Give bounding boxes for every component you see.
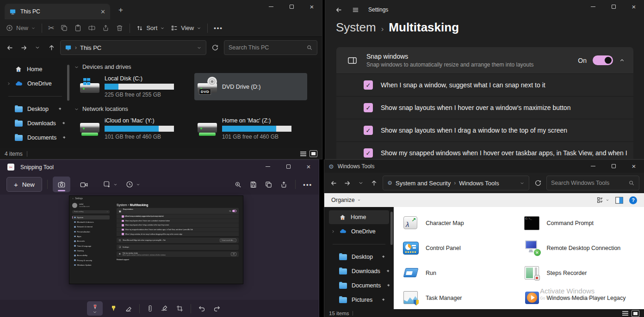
details-view-button[interactable] bbox=[300, 152, 306, 156]
sidebar-scrollbar[interactable] bbox=[390, 212, 393, 245]
search-box[interactable] bbox=[224, 40, 317, 55]
minimize-button[interactable] bbox=[583, 0, 603, 13]
drive-tile-dvd[interactable]: DVD DVD Drive (D:) bbox=[194, 73, 307, 100]
sidebar-item-downloads[interactable]: Downloads bbox=[329, 264, 389, 278]
sidebar-scrollbar[interactable] bbox=[67, 65, 69, 101]
back-button[interactable] bbox=[335, 6, 343, 14]
tool-item-run[interactable]: Run bbox=[402, 264, 523, 282]
address-dropdown-icon[interactable] bbox=[197, 45, 202, 50]
preview-pane-button[interactable] bbox=[615, 197, 623, 204]
group-header-devices[interactable]: Devices and drives bbox=[70, 62, 322, 72]
address-bar[interactable]: ⚙ System and Security › Windows Tools bbox=[383, 176, 529, 190]
large-icons-view-button[interactable] bbox=[632, 310, 639, 317]
record-mode-button[interactable] bbox=[75, 177, 93, 192]
sidebar-item-documents[interactable]: Documents bbox=[329, 279, 389, 293]
refresh-button[interactable] bbox=[210, 44, 220, 51]
new-tab-button[interactable]: + bbox=[118, 6, 123, 15]
snap-option-row[interactable]: ✓ Show snap layouts when I hover over a … bbox=[336, 96, 633, 119]
snap-option-row[interactable]: ✓ Show my snapped windows when I hover o… bbox=[336, 141, 633, 159]
back-button[interactable] bbox=[329, 179, 339, 187]
maximize-button[interactable] bbox=[278, 160, 298, 173]
close-button[interactable]: × bbox=[624, 0, 644, 13]
up-button[interactable] bbox=[46, 44, 56, 52]
tool-item-steps-recorder[interactable]: Steps Recorder bbox=[523, 264, 644, 282]
snap-option-row[interactable]: ✓ When I snap a window, suggest what I c… bbox=[336, 73, 633, 96]
redo-button[interactable] bbox=[213, 305, 221, 312]
large-icons-view-button[interactable] bbox=[310, 150, 317, 157]
view-button[interactable]: View bbox=[171, 24, 201, 32]
tool-item-remote-desktop[interactable]: ✕ Remote Desktop Connection bbox=[523, 239, 644, 257]
crop-button[interactable] bbox=[176, 305, 184, 312]
snap-option-row[interactable]: ✓ Show snap layouts when I drag a window… bbox=[336, 119, 633, 141]
minimize-button[interactable] bbox=[261, 0, 281, 13]
sidebar-item-home[interactable]: Home bbox=[5, 62, 66, 76]
sidebar-item-desktop[interactable]: Desktop bbox=[329, 250, 389, 264]
drive-tile-local-disk-c[interactable]: Local Disk (C:) 225 GB free of 255 GB bbox=[77, 73, 190, 100]
checkbox-checked[interactable]: ✓ bbox=[364, 80, 373, 90]
cut-button[interactable]: ✂ bbox=[48, 24, 54, 32]
checkbox-checked[interactable]: ✓ bbox=[364, 148, 373, 158]
change-view-button[interactable] bbox=[596, 196, 609, 204]
search-input[interactable] bbox=[551, 180, 625, 186]
snip-shape-dropdown[interactable] bbox=[103, 180, 118, 189]
expand-chevron-icon[interactable] bbox=[331, 229, 335, 234]
sidebar-item-desktop[interactable]: Desktop bbox=[5, 102, 66, 116]
back-button[interactable] bbox=[5, 44, 15, 52]
tool-item-task-manager[interactable]: Task Manager bbox=[402, 289, 523, 307]
recent-locations-button[interactable] bbox=[32, 45, 43, 50]
maximize-button[interactable] bbox=[603, 0, 624, 13]
delay-dropdown[interactable] bbox=[125, 180, 140, 189]
close-button[interactable]: × bbox=[624, 160, 644, 172]
breadcrumb-current[interactable]: Windows Tools bbox=[459, 180, 499, 187]
tool-item-control-panel[interactable]: Control Panel bbox=[402, 239, 523, 257]
forward-button[interactable] bbox=[19, 44, 29, 52]
share-button[interactable] bbox=[280, 181, 288, 189]
hamburger-menu-icon[interactable] bbox=[352, 6, 359, 14]
maximize-button[interactable] bbox=[603, 160, 624, 172]
sort-button[interactable]: Sort bbox=[136, 24, 165, 32]
help-button[interactable]: ? bbox=[629, 196, 637, 204]
sidebar-item-documents[interactable]: Documents bbox=[5, 131, 66, 145]
chevron-up-icon[interactable] bbox=[619, 57, 625, 63]
tool-item-wmp-legacy[interactable]: Windows Media Player Legacy bbox=[523, 289, 644, 307]
forward-button[interactable] bbox=[342, 179, 352, 187]
expand-chevron-icon[interactable] bbox=[6, 81, 11, 86]
sidebar-item-onedrive[interactable]: OneDrive bbox=[5, 77, 66, 91]
breadcrumb-parent[interactable]: System bbox=[336, 20, 376, 35]
group-header-network[interactable]: Network locations bbox=[70, 104, 322, 114]
address-dropdown-icon[interactable] bbox=[520, 181, 525, 186]
share-button[interactable] bbox=[102, 24, 110, 32]
sidebar-item-pictures[interactable]: Pictures bbox=[329, 293, 389, 307]
ballpoint-pen-button[interactable] bbox=[87, 301, 103, 316]
tab-close-icon[interactable]: ✕ bbox=[100, 8, 105, 15]
undo-button[interactable] bbox=[198, 305, 206, 312]
minimize-button[interactable] bbox=[258, 160, 278, 173]
ruler-button[interactable] bbox=[147, 305, 154, 312]
new-snip-button[interactable]: + New bbox=[6, 177, 42, 192]
delete-button[interactable] bbox=[116, 24, 124, 32]
checkbox-checked[interactable]: ✓ bbox=[364, 126, 373, 135]
more-options-button[interactable]: ••• bbox=[214, 24, 223, 31]
paste-button[interactable] bbox=[74, 24, 82, 32]
snap-windows-row[interactable]: Snap windows Snap windows to automatical… bbox=[336, 47, 633, 73]
tab-this-pc[interactable]: This PC ✕ bbox=[5, 4, 110, 19]
close-button[interactable]: × bbox=[298, 160, 319, 173]
search-box[interactable] bbox=[546, 176, 639, 190]
organize-button[interactable]: Organize bbox=[331, 197, 355, 203]
rename-button[interactable] bbox=[88, 24, 96, 32]
sidebar-item-onedrive[interactable]: OneDrive bbox=[329, 225, 389, 238]
more-options-button[interactable]: ••• bbox=[303, 181, 312, 188]
close-button[interactable]: × bbox=[302, 0, 322, 13]
screenshot-mode-button[interactable] bbox=[53, 177, 70, 192]
copy-button[interactable] bbox=[60, 24, 68, 32]
save-button[interactable] bbox=[249, 181, 257, 189]
sidebar-item-downloads[interactable]: Downloads bbox=[5, 116, 66, 130]
drive-tile-home-mac[interactable]: Home on 'Mac' (Z:) 101 GB free of 460 GB bbox=[194, 115, 307, 142]
snap-windows-toggle[interactable] bbox=[593, 55, 613, 65]
search-input[interactable] bbox=[229, 44, 303, 51]
zoom-in-button[interactable] bbox=[234, 181, 242, 189]
sidebar-item-home[interactable]: Home bbox=[329, 210, 389, 224]
details-view-button[interactable] bbox=[622, 311, 628, 316]
tool-item-character-map[interactable]: λ↗ Character Map bbox=[402, 214, 523, 232]
refresh-button[interactable] bbox=[533, 179, 543, 187]
